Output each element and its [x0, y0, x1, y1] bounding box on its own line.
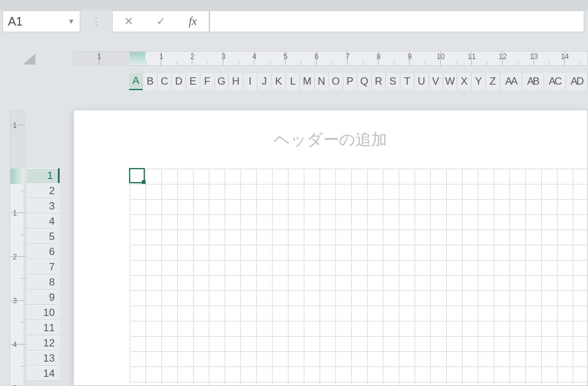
- column-header-AC[interactable]: AC: [544, 73, 566, 90]
- name-box[interactable]: A1 ▼: [2, 10, 80, 32]
- row-header-11[interactable]: 11: [27, 320, 60, 335]
- column-header-D[interactable]: D: [172, 73, 186, 90]
- accept-entry-button[interactable]: ✓: [145, 15, 177, 28]
- row-header-2[interactable]: 2: [27, 183, 60, 198]
- column-header-F[interactable]: F: [200, 73, 214, 90]
- column-header-H[interactable]: H: [229, 73, 243, 90]
- column-header-E[interactable]: E: [186, 73, 200, 90]
- horizontal-ruler[interactable]: 1123456789101112131415: [73, 51, 588, 66]
- row-header-7[interactable]: 7: [27, 259, 60, 275]
- formula-bar-grip-icon[interactable]: ⋮: [91, 10, 101, 32]
- name-box-value: A1: [8, 15, 23, 29]
- row-header-3[interactable]: 3: [27, 198, 60, 214]
- column-header-Q[interactable]: Q: [357, 73, 371, 90]
- column-header-Y[interactable]: Y: [472, 73, 486, 90]
- column-header-M[interactable]: M: [300, 73, 314, 90]
- column-header-AA[interactable]: AA: [500, 73, 522, 90]
- column-header-A[interactable]: A: [129, 73, 143, 90]
- column-header-T[interactable]: T: [401, 73, 415, 90]
- formula-button-group: ✕ ✓ fx: [112, 10, 209, 32]
- row-header-10[interactable]: 10: [27, 305, 60, 320]
- cancel-entry-button[interactable]: ✕: [113, 15, 145, 28]
- column-header-S[interactable]: S: [386, 73, 400, 90]
- select-all-triangle[interactable]: [17, 51, 37, 66]
- vertical-ruler[interactable]: 1123456: [10, 110, 24, 386]
- worksheet-page: ヘッダーの追加: [73, 110, 588, 386]
- column-header-B[interactable]: B: [143, 73, 157, 90]
- svg-marker-0: [23, 54, 35, 65]
- column-headers: ABCDEFGHIJKLMNOPQRSTUVWXYZAAABACAD: [129, 73, 588, 90]
- formula-input[interactable]: [209, 10, 584, 32]
- row-header-1[interactable]: 1: [27, 168, 60, 183]
- column-header-V[interactable]: V: [429, 73, 443, 90]
- column-header-R[interactable]: R: [372, 73, 386, 90]
- worksheet-grid[interactable]: [130, 169, 587, 385]
- row-header-14[interactable]: 14: [27, 366, 60, 381]
- column-header-P[interactable]: P: [343, 73, 357, 90]
- page-header-placeholder[interactable]: ヘッダーの追加: [74, 110, 587, 169]
- column-header-AB[interactable]: AB: [522, 73, 544, 90]
- column-header-O[interactable]: O: [329, 73, 343, 90]
- row-header-4[interactable]: 4: [27, 214, 60, 229]
- row-header-9[interactable]: 9: [27, 290, 60, 305]
- row-header-5[interactable]: 5: [27, 229, 60, 244]
- fill-handle[interactable]: [142, 180, 145, 184]
- column-header-J[interactable]: J: [257, 73, 271, 90]
- top-strip: [0, 0, 588, 10]
- active-cell[interactable]: [129, 168, 145, 183]
- column-header-K[interactable]: K: [272, 73, 286, 90]
- formula-bar: A1 ▼ ⋮ ✕ ✓ fx: [0, 10, 588, 32]
- column-header-X[interactable]: X: [457, 73, 471, 90]
- column-header-I[interactable]: I: [243, 73, 257, 90]
- name-box-dropdown-icon[interactable]: ▼: [68, 17, 75, 26]
- row-header-6[interactable]: 6: [27, 244, 60, 259]
- row-header-8[interactable]: 8: [27, 275, 60, 290]
- column-header-C[interactable]: C: [158, 73, 172, 90]
- column-header-G[interactable]: G: [215, 73, 229, 90]
- insert-function-button[interactable]: fx: [177, 15, 209, 28]
- column-header-U[interactable]: U: [415, 73, 429, 90]
- spacer-below-formula-bar: [0, 32, 588, 43]
- column-header-N[interactable]: N: [315, 73, 329, 90]
- column-header-AD[interactable]: AD: [566, 73, 588, 90]
- row-headers: 1234567891011121314: [27, 168, 60, 381]
- row-header-12[interactable]: 12: [27, 335, 60, 351]
- row-header-13[interactable]: 13: [27, 351, 60, 366]
- column-header-Z[interactable]: Z: [486, 73, 500, 90]
- column-header-W[interactable]: W: [443, 73, 457, 90]
- column-header-L[interactable]: L: [286, 73, 300, 90]
